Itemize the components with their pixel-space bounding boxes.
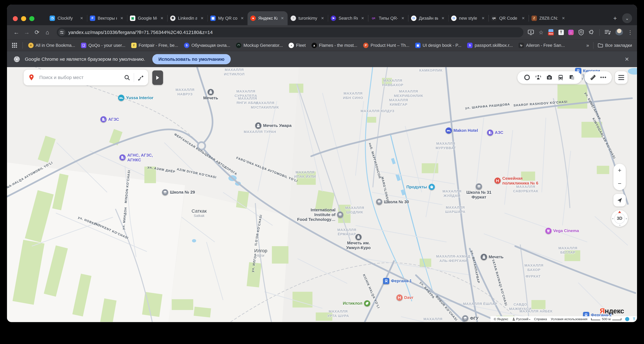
site-settings-icon[interactable] <box>58 29 65 36</box>
poi-international-institute-of-food-technology-[interactable]: International Institute of Food Technolo… <box>297 208 343 222</box>
tab-turonkimy[interactable]: ◔turonkimy✕ <box>288 11 328 25</box>
terms-link[interactable]: Условия использования <box>551 317 588 321</box>
back-button[interactable]: ← <box>11 27 22 38</box>
close-window-button[interactable] <box>13 16 18 21</box>
tab-clockify[interactable]: ◷Clockify✕ <box>47 11 87 25</box>
poi-yussa-interior[interactable]: Yussa Interior <box>118 95 154 101</box>
install-app-icon[interactable] <box>528 29 534 35</box>
ruler-icon[interactable] <box>590 74 596 81</box>
menu-button[interactable] <box>615 71 627 84</box>
tab-close-icon[interactable]: ✕ <box>280 15 285 21</box>
extensions-puzzle-icon[interactable] <box>588 29 595 35</box>
tab-linkedin-a[interactable]: ❋Linkedin a✕ <box>167 11 207 25</box>
help-link[interactable]: Справка <box>534 317 547 321</box>
poi-школа-30[interactable]: Школа № 30 <box>376 199 409 205</box>
tab-search-chevron-icon[interactable]: ⌄ <box>622 13 632 23</box>
poi-фергана-1[interactable]: Фергана-1 <box>383 278 412 284</box>
poi-фгу[interactable]: ФГУ <box>462 315 478 321</box>
tab-my-qr-coc[interactable]: ▦My QR coc✕ <box>208 11 248 25</box>
new-tab-button[interactable]: + <box>610 13 620 24</box>
bookmark-product-hunt-th-[interactable]: PProduct Hunt – Th... <box>363 43 410 48</box>
search-panel-expand-button[interactable] <box>152 70 163 85</box>
all-bookmarks-button[interactable]: Все закладки <box>598 43 632 48</box>
tab-типы-qr-к[interactable]: QRТипы QR-к✕ <box>368 11 408 25</box>
extension-t-icon[interactable]: T <box>558 30 564 35</box>
photos-icon[interactable] <box>546 74 553 81</box>
bookmark-fontpair-free-be-[interactable]: fFontpair - Free, be... <box>131 43 178 48</box>
zoom-in-button[interactable]: + <box>614 164 626 177</box>
poi-мечеть-им-уммул-куро[interactable]: Мечеть им. Уммул-Куро <box>346 234 371 250</box>
tab-qr-code-s[interactable]: QRQR Code S✕ <box>488 11 528 25</box>
tab-close-icon[interactable]: ✕ <box>240 15 245 21</box>
tab-close-icon[interactable]: ✕ <box>521 15 526 21</box>
locate-me-button[interactable] <box>614 194 626 206</box>
poi-агнс-агзс-агнкс[interactable]: АГНС, АГЗС, АГНКС <box>120 153 153 162</box>
minimize-window-button[interactable] <box>21 16 26 21</box>
language-selector[interactable]: Русский▴ <box>512 317 530 321</box>
search-input[interactable] <box>38 74 120 81</box>
tab-яндекс-ка[interactable]: ●Яндекс Ка✕ <box>248 11 288 25</box>
poi-vega-cinema[interactable]: Vega Cinema <box>545 228 579 234</box>
extension-downloader-icon[interactable]: ↓ <box>568 30 574 35</box>
zoom-out-button[interactable]: − <box>614 177 626 190</box>
poi-азс[interactable]: АЗС <box>487 129 503 136</box>
tab-close-icon[interactable]: ✕ <box>400 15 405 21</box>
bookmark-mockup-generator-[interactable]: ◠Mockup Generator... <box>236 43 283 48</box>
home-button[interactable]: ⌂ <box>42 27 52 38</box>
extension-new-icon[interactable]: New <box>548 29 554 35</box>
shield-extension-icon[interactable] <box>578 29 584 35</box>
more-tools-icon[interactable]: ••• <box>600 75 607 80</box>
tab-close-icon[interactable]: ✕ <box>320 15 325 21</box>
bookmark-star-icon[interactable]: ☆ <box>538 29 544 36</box>
bookmark-passport-skillbox-r-[interactable]: Spassport.skillbox.r... <box>467 43 513 48</box>
poi-семейная-поликлиника-6[interactable]: Семейная поликлиника № 6 <box>494 176 538 186</box>
bookmark-aileron-free-san-[interactable]: fpAileron - Free San... <box>518 43 565 48</box>
tab-close-icon[interactable]: ✕ <box>160 15 164 21</box>
poi-мечеть[interactable]: Мечеть <box>203 89 218 100</box>
bookmarks-overflow-icon[interactable]: » <box>586 43 589 48</box>
map-canvas[interactable]: МАХАЛЛЯ ИСТИКЛОЛКАМКОРЛИКМАХАЛЛЯ НАВБАХО… <box>7 67 637 322</box>
apps-grid-icon[interactable] <box>12 43 17 48</box>
bookmark-ui-design-book-p-[interactable]: ▣UI design book - P... <box>415 43 462 48</box>
bookmark-обучающая-онла-[interactable]: SОбучающая онла... <box>184 43 230 48</box>
poi-мечеть[interactable]: Мечеть <box>481 254 504 260</box>
routes-icon[interactable] <box>138 74 144 81</box>
profile-avatar[interactable] <box>616 29 623 36</box>
media-queue-icon[interactable] <box>604 29 611 35</box>
tab-close-icon[interactable]: ✕ <box>119 15 124 21</box>
bookmark-flames-the-most-[interactable]: ▲Flames - the most... <box>312 43 357 48</box>
reload-button[interactable]: ⟳ <box>32 27 42 38</box>
bookmark-all-in-one-bookma-[interactable]: ✦All in One Bookma... <box>28 43 75 48</box>
traffic-icon[interactable] <box>524 74 530 81</box>
poi-школа-31-фуркат[interactable]: Школа № 31 Фуркат <box>466 184 492 200</box>
transport-icon[interactable] <box>557 74 564 81</box>
address-bar[interactable]: yandex.uz/maps/10336/fergana/?ll=71.7563… <box>57 27 524 37</box>
layers-icon[interactable] <box>568 74 575 81</box>
search-icon[interactable] <box>124 74 130 81</box>
map-search-bar[interactable] <box>24 70 148 85</box>
use-default-button[interactable]: Использовать по умолчанию <box>152 54 231 64</box>
fullscreen-window-button[interactable] <box>29 16 34 21</box>
tab-search-re[interactable]: ➤Search Re✕ <box>328 11 368 25</box>
compass-3d-button[interactable]: 3D <box>611 210 628 227</box>
tab-new-style[interactable]: Gnew style✕ <box>448 11 488 25</box>
tab-google-me[interactable]: ▣Google Me✕ <box>127 11 167 25</box>
tab-z8z8-cn-[interactable]: ZZ8Z8.CN:✕ <box>528 11 568 25</box>
notification-close-icon[interactable]: ✕ <box>623 54 631 64</box>
tab-close-icon[interactable]: ✕ <box>481 15 486 21</box>
tab-close-icon[interactable]: ✕ <box>561 15 566 21</box>
url-text[interactable]: yandex.uz/maps/10336/fergana/?ll=71.7563… <box>68 30 213 35</box>
tab-векторы-н[interactable]: FВекторы н✕ <box>87 11 127 25</box>
copyright-link[interactable]: © Яндекс <box>494 317 508 321</box>
bookmark-qoqo-your-user-[interactable]: ❑QoQo - your user... <box>81 43 125 48</box>
poi-агзс[interactable]: АГЗС <box>100 116 119 122</box>
tab-close-icon[interactable]: ✕ <box>79 15 84 21</box>
panoramas-icon[interactable] <box>535 74 542 81</box>
taxi-icon[interactable] <box>625 317 629 321</box>
tab-дизайн-ви[interactable]: GДизайн ви✕ <box>408 11 448 25</box>
tab-close-icon[interactable]: ✕ <box>440 15 445 21</box>
poi-makon-hotel[interactable]: Makon Hotel <box>446 127 478 134</box>
bookmark-fleet[interactable]: ◗Fleet <box>288 43 306 48</box>
tab-close-icon[interactable]: ✕ <box>200 15 204 21</box>
tab-close-icon[interactable]: ✕ <box>360 15 365 21</box>
